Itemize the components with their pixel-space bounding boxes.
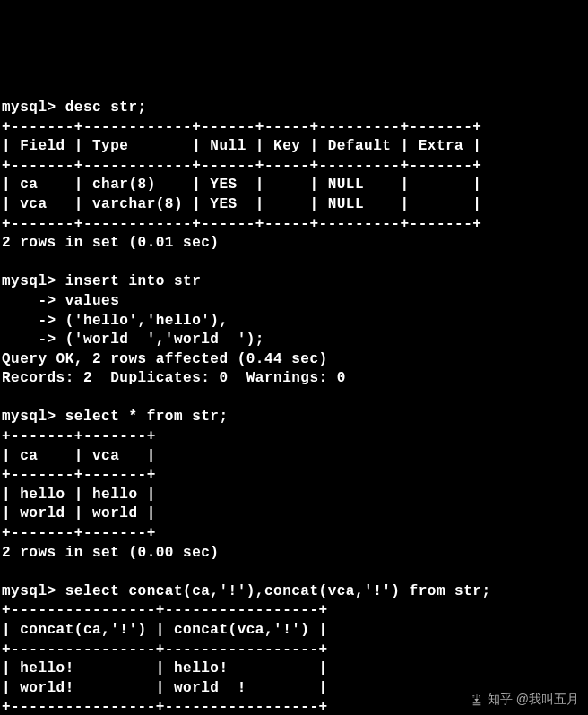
table-row: | hello! | hello! |: [2, 660, 328, 676]
watermark-text: 知乎 @我叫五月: [488, 692, 579, 706]
table-border: +----------------+-----------------+: [2, 602, 328, 618]
table-border: +-------+------------+------+-----+-----…: [2, 216, 481, 232]
table-border: +-------+-------+: [2, 428, 156, 444]
table-border: +-------+------------+------+-----+-----…: [2, 119, 481, 135]
table-border: +-------+-------+: [2, 525, 156, 541]
table-border: +-------+-------+: [2, 467, 156, 483]
table-border: +-------+------------+------+-----+-----…: [2, 158, 481, 174]
table-row: | hello | hello |: [2, 487, 156, 503]
zhihu-icon: [470, 693, 484, 707]
terminal-output: mysql> desc str; +-------+------------+-…: [2, 79, 588, 715]
prompt-line: mysql> select * from str;: [2, 409, 229, 425]
table-row: | world | world |: [2, 505, 156, 521]
prompt-line: mysql> select concat(ca,'!'),concat(vca,…: [2, 583, 490, 599]
table-border: +----------------+-----------------+: [2, 642, 328, 658]
table-row: | world! | world ! |: [2, 680, 328, 696]
query-result: Query OK, 2 rows affected (0.44 sec): [2, 351, 328, 367]
table-border: +----------------+-----------------+: [2, 699, 328, 715]
table-row: | vca | varchar(8) | YES | | NULL | |: [2, 196, 481, 212]
table-header: | concat(ca,'!') | concat(vca,'!') |: [2, 622, 328, 638]
result-summary: 2 rows in set (0.00 sec): [2, 545, 219, 561]
prompt-line: mysql> insert into str: [2, 273, 201, 289]
query-stats: Records: 2 Duplicates: 0 Warnings: 0: [2, 370, 346, 386]
table-header: | Field | Type | Null | Key | Default | …: [2, 138, 481, 154]
watermark: 知乎 @我叫五月: [470, 691, 579, 708]
continuation-line: -> ('world ','world ');: [2, 332, 264, 348]
table-row: | ca | char(8) | YES | | NULL | |: [2, 177, 481, 193]
result-summary: 2 rows in set (0.01 sec): [2, 235, 219, 251]
prompt-line: mysql> desc str;: [2, 99, 147, 116]
continuation-line: -> values: [2, 293, 119, 309]
table-header: | ca | vca |: [2, 448, 156, 464]
continuation-line: -> ('hello','hello'),: [2, 313, 229, 329]
